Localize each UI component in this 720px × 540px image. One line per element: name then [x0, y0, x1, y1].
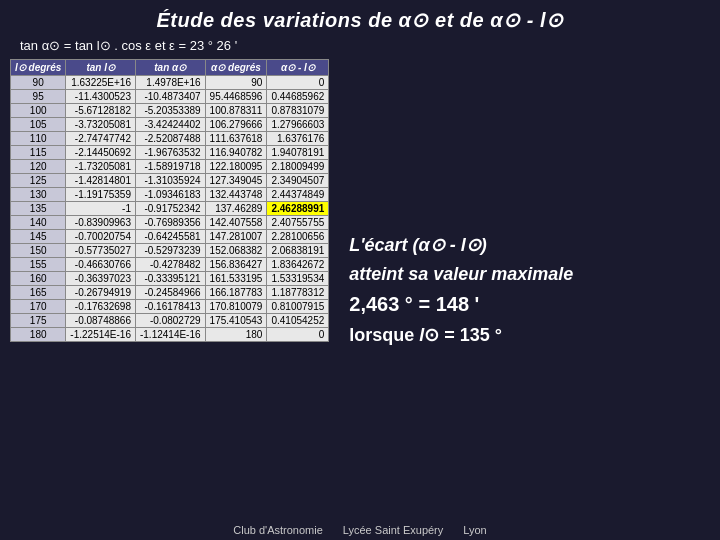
table-cell: 1.27966603	[267, 118, 329, 132]
footer-item-1: Club d'Astronomie	[233, 524, 323, 536]
data-table: l⊙ degrés tan l⊙ tan α⊙ α⊙ degrés α⊙ - l…	[10, 59, 329, 342]
table-cell: 0.81007915	[267, 300, 329, 314]
table-cell: -0.33395121	[135, 272, 205, 286]
table-cell: -0.52973239	[135, 244, 205, 258]
table-cell: 142.407558	[205, 216, 267, 230]
table-cell: 140	[11, 216, 66, 230]
table-cell: -1.96763532	[135, 146, 205, 160]
table-cell: 161.533195	[205, 272, 267, 286]
table-cell: 2.34904507	[267, 174, 329, 188]
table-cell: 2.40755755	[267, 216, 329, 230]
table-cell: 156.836427	[205, 258, 267, 272]
table-cell: -3.73205081	[66, 118, 136, 132]
table-cell: 90	[205, 76, 267, 90]
table-cell: 165	[11, 286, 66, 300]
right-section: L'écart (α⊙ - l⊙) atteint sa valeur maxi…	[339, 59, 710, 520]
table-cell: -0.36397023	[66, 272, 136, 286]
ecart-line1: L'écart (α⊙ - l⊙)	[349, 234, 486, 256]
table-cell: -5.67128182	[66, 104, 136, 118]
table-cell: 1.18778312	[267, 286, 329, 300]
table-cell: 111.637618	[205, 132, 267, 146]
title-section: Étude des variations de α⊙ et de α⊙ - l⊙	[157, 8, 564, 32]
table-cell: 155	[11, 258, 66, 272]
footer-item-2: Lycée Saint Exupéry	[343, 524, 443, 536]
table-cell: 135	[11, 202, 66, 216]
table-cell: 175.410543	[205, 314, 267, 328]
table-cell: 100	[11, 104, 66, 118]
col-header-deg: l⊙ degrés	[11, 60, 66, 76]
col-header-tanl: tan l⊙	[66, 60, 136, 76]
table-cell: 106.279666	[205, 118, 267, 132]
table-cell: 90	[11, 76, 66, 90]
page-container: Étude des variations de α⊙ et de α⊙ - l⊙…	[0, 0, 720, 540]
table-cell: -1.42814801	[66, 174, 136, 188]
table-cell: 1.53319534	[267, 272, 329, 286]
footer: Club d'Astronomie Lycée Saint Exupéry Ly…	[233, 524, 486, 536]
table-cell: 170	[11, 300, 66, 314]
table-cell: 1.83642672	[267, 258, 329, 272]
table-cell: -0.16178413	[135, 300, 205, 314]
table-cell: -0.70020754	[66, 230, 136, 244]
table-cell: 120	[11, 160, 66, 174]
table-cell: 2.46288991	[267, 202, 329, 216]
table-cell: -1	[66, 202, 136, 216]
table-cell: 0	[267, 328, 329, 342]
table-cell: -0.0802729	[135, 314, 205, 328]
table-cell: -0.08748866	[66, 314, 136, 328]
table-cell: 147.281007	[205, 230, 267, 244]
table-cell: 115	[11, 146, 66, 160]
table-cell: 1.94078191	[267, 146, 329, 160]
table-cell: 100.878311	[205, 104, 267, 118]
table-cell: 1.4978E+16	[135, 76, 205, 90]
table-cell: -1.22514E-16	[66, 328, 136, 342]
table-cell: -0.91752342	[135, 202, 205, 216]
table-cell: 2.06838191	[267, 244, 329, 258]
table-cell: 1.63225E+16	[66, 76, 136, 90]
formula-line: tan α⊙ = tan l⊙ . cos ε et ε = 23 ° 26 '	[10, 38, 237, 53]
table-cell: -1.09346183	[135, 188, 205, 202]
table-cell: 0	[267, 76, 329, 90]
table-cell: -10.4873407	[135, 90, 205, 104]
table-cell: -1.73205081	[66, 160, 136, 174]
table-cell: -1.19175359	[66, 188, 136, 202]
table-cell: -0.57735027	[66, 244, 136, 258]
table-cell: -0.4278482	[135, 258, 205, 272]
table-cell: -0.17632698	[66, 300, 136, 314]
table-cell: 150	[11, 244, 66, 258]
table-cell: -0.46630766	[66, 258, 136, 272]
table-cell: -3.42424402	[135, 118, 205, 132]
table-cell: 2.28100656	[267, 230, 329, 244]
footer-item-3: Lyon	[463, 524, 486, 536]
table-cell: 2.44374849	[267, 188, 329, 202]
table-cell: -1.58919718	[135, 160, 205, 174]
col-header-tana: tan α⊙	[135, 60, 205, 76]
col-header-adeg: α⊙ degrés	[205, 60, 267, 76]
table-cell: -0.24584966	[135, 286, 205, 300]
table-cell: 166.187783	[205, 286, 267, 300]
table-cell: 127.349045	[205, 174, 267, 188]
table-cell: -11.4300523	[66, 90, 136, 104]
table-cell: -2.14450692	[66, 146, 136, 160]
lorsque-text: lorsque l⊙ = 135 °	[349, 324, 502, 346]
table-cell: 1.6376176	[267, 132, 329, 146]
table-cell: 160	[11, 272, 66, 286]
table-cell: 130	[11, 188, 66, 202]
table-cell: -2.52087488	[135, 132, 205, 146]
table-cell: -1.12414E-16	[135, 328, 205, 342]
table-cell: 170.810079	[205, 300, 267, 314]
table-cell: -2.74747742	[66, 132, 136, 146]
table-cell: 152.068382	[205, 244, 267, 258]
title-line1: Étude des variations de α⊙ et de α⊙ - l⊙	[157, 8, 564, 32]
main-content: l⊙ degrés tan l⊙ tan α⊙ α⊙ degrés α⊙ - l…	[10, 59, 710, 520]
ecart-line2: atteint sa valeur maximale	[349, 264, 573, 285]
table-cell: 95.4468596	[205, 90, 267, 104]
table-cell: 132.443748	[205, 188, 267, 202]
table-cell: 175	[11, 314, 66, 328]
table-cell: -0.76989356	[135, 216, 205, 230]
table-cell: 145	[11, 230, 66, 244]
table-cell: -5.20353389	[135, 104, 205, 118]
table-cell: 180	[11, 328, 66, 342]
table-cell: -0.64245581	[135, 230, 205, 244]
table-cell: 122.180095	[205, 160, 267, 174]
table-cell: 0.87831079	[267, 104, 329, 118]
